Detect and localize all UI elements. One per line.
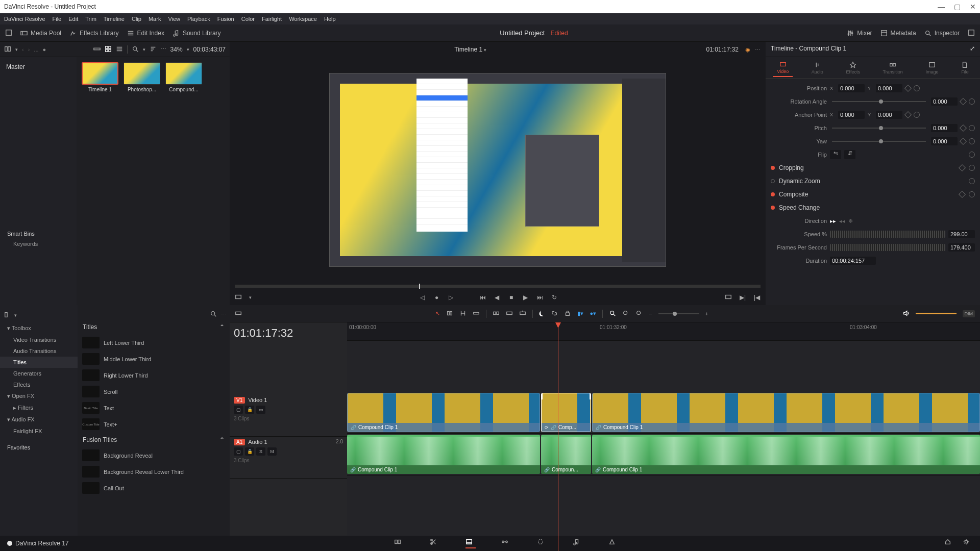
- audio-clip-1[interactable]: 🔗Compound Clip 1: [347, 435, 540, 474]
- menu-help[interactable]: Help: [324, 16, 336, 22]
- duration-input[interactable]: 00:00:24:157: [830, 257, 876, 265]
- prev-marker-icon[interactable]: ◁: [419, 294, 426, 301]
- tree-favorites[interactable]: Favorites: [0, 442, 78, 453]
- deliver-page-button[interactable]: [608, 538, 619, 548]
- inspector-tab-video[interactable]: Video: [773, 59, 793, 77]
- prev-edit-icon[interactable]: |◀: [753, 294, 761, 301]
- home-button[interactable]: [944, 538, 954, 548]
- thumb-view-icon[interactable]: [105, 45, 112, 54]
- viewer-title[interactable]: Timeline 1 ▾: [454, 46, 486, 53]
- title-text-plus[interactable]: Custom TitleText+: [81, 417, 227, 432]
- play-button[interactable]: ▶: [522, 294, 529, 301]
- color-icon[interactable]: ◉: [745, 46, 750, 53]
- tree-titles[interactable]: Titles: [0, 357, 78, 368]
- tree-generators[interactable]: Generators: [0, 368, 78, 379]
- category-fusion-titles[interactable]: Fusion Titles⌃: [81, 433, 227, 446]
- match-frame-icon[interactable]: [725, 293, 732, 302]
- menu-trim[interactable]: Trim: [85, 16, 96, 22]
- window-minimize-button[interactable]: —: [938, 3, 945, 11]
- menu-view[interactable]: View: [168, 16, 180, 22]
- snap-icon[interactable]: ⏾: [539, 311, 545, 317]
- rotation-slider[interactable]: [832, 101, 926, 102]
- link-icon[interactable]: [551, 310, 558, 318]
- project-settings-button[interactable]: [963, 538, 973, 548]
- zoom-search-icon[interactable]: [609, 310, 616, 318]
- sort-icon[interactable]: [150, 45, 157, 54]
- pitch-slider[interactable]: [832, 128, 926, 129]
- trim-tool-icon[interactable]: [446, 310, 453, 318]
- viewer-more-icon[interactable]: ⋯: [755, 46, 761, 53]
- tree-fairlightfx[interactable]: Fairlight FX: [0, 425, 78, 437]
- edit-page-button[interactable]: [465, 538, 476, 548]
- strip-view-icon[interactable]: [93, 45, 101, 54]
- more-icon[interactable]: ⋯: [161, 46, 166, 53]
- direction-freeze-button[interactable]: ❄: [848, 218, 853, 224]
- lock-icon[interactable]: [564, 310, 571, 318]
- title-text[interactable]: Basic TitleText: [81, 400, 227, 415]
- tree-filters[interactable]: ▸ Filters: [0, 402, 78, 414]
- zoom-out-button[interactable]: −: [649, 311, 652, 317]
- position-x-input[interactable]: 0.000: [838, 84, 865, 92]
- menu-clip[interactable]: Clip: [132, 16, 141, 22]
- list-view-icon[interactable]: [116, 45, 123, 54]
- speed-thumbwheel[interactable]: [830, 231, 945, 238]
- video-clip-1[interactable]: 🔗Compound Clip 1: [347, 393, 540, 432]
- menu-davinci[interactable]: DaVinci Resolve: [4, 16, 45, 22]
- loop-button[interactable]: ↻: [551, 294, 558, 301]
- record-icon[interactable]: ●: [43, 46, 46, 53]
- video-track-header[interactable]: V1Video 1 ▢🔒▭ 3 Clips: [230, 395, 347, 437]
- direction-fwd-button[interactable]: ▸▸: [830, 218, 836, 224]
- menu-file[interactable]: File: [53, 16, 62, 22]
- solo-button[interactable]: S: [256, 447, 265, 456]
- nav-back-icon[interactable]: ‹: [22, 46, 24, 53]
- smart-bin-keywords[interactable]: Keywords: [7, 239, 69, 249]
- first-frame-button[interactable]: ⏮: [479, 294, 486, 301]
- clip-thumb-compound[interactable]: Compound...: [165, 62, 202, 92]
- pitch-input[interactable]: 0.000: [931, 124, 958, 132]
- audio-track-1[interactable]: 🔗Compound Clip 1 🔗Compoun... 🔗Compound C…: [347, 434, 980, 475]
- volume-icon[interactable]: [902, 310, 910, 318]
- bin-view-icon[interactable]: [4, 45, 11, 54]
- title-middle-lower-third[interactable]: Middle Lower Third: [81, 352, 227, 366]
- search-icon[interactable]: [132, 45, 139, 54]
- zoom-level[interactable]: 34%: [170, 46, 183, 53]
- category-titles[interactable]: Titles⌃: [81, 320, 227, 334]
- title-right-lower-third[interactable]: Right Lower Third: [81, 368, 227, 383]
- menu-fairlight[interactable]: Fairlight: [262, 16, 282, 22]
- insert-icon[interactable]: [493, 310, 500, 318]
- anchor-y-input[interactable]: 0.000: [876, 111, 902, 119]
- position-y-input[interactable]: 0.000: [876, 84, 902, 92]
- audio-track-header[interactable]: A1Audio 12.0 ▢🔒SM 3 Clips: [230, 437, 347, 479]
- volume-slider[interactable]: [916, 313, 957, 314]
- dim-button[interactable]: DIM: [963, 310, 975, 317]
- smart-bins-header[interactable]: Smart Bins: [7, 229, 69, 239]
- cut-page-button[interactable]: [430, 538, 440, 548]
- timeline-ruler[interactable]: 01:00:00:00 01:01:32:00 01:03:04:00: [347, 322, 980, 341]
- marker-icon[interactable]: ●▾: [590, 310, 596, 317]
- dynamic-zoom-section[interactable]: Dynamic Zoom: [771, 174, 975, 188]
- dyntrim-tool-icon[interactable]: [459, 310, 467, 318]
- rotation-input[interactable]: 0.000: [931, 97, 958, 106]
- timeline-timecode[interactable]: 01:01:17:32: [230, 327, 302, 340]
- menu-edit[interactable]: Edit: [68, 16, 78, 22]
- master-bin[interactable]: Master: [4, 61, 72, 72]
- tree-audio-transitions[interactable]: Audio Transitions: [0, 345, 78, 357]
- next-marker-icon[interactable]: ▷: [448, 294, 455, 301]
- edit-index-toggle[interactable]: Edit Index: [127, 30, 164, 37]
- zoom-in-button[interactable]: +: [705, 311, 708, 317]
- cropping-section[interactable]: Cropping: [771, 161, 975, 174]
- fairlight-page-button[interactable]: [573, 538, 583, 548]
- next-edit-icon[interactable]: ▶|: [739, 294, 746, 301]
- inspector-tab-audio[interactable]: Audio: [807, 59, 827, 77]
- metadata-toggle[interactable]: Metadata: [880, 30, 916, 37]
- fusion-background-reveal[interactable]: Background Reveal: [81, 448, 227, 463]
- prev-frame-button[interactable]: ◀: [494, 294, 501, 301]
- yaw-slider[interactable]: [832, 141, 926, 142]
- tree-video-transitions[interactable]: Video Transitions: [0, 334, 78, 345]
- safe-area-icon[interactable]: [235, 293, 242, 302]
- eff-panel-icon[interactable]: [4, 311, 11, 319]
- fullscreen-right-icon[interactable]: [968, 29, 975, 37]
- inspector-toggle[interactable]: Inspector: [924, 30, 960, 37]
- zoom-slider[interactable]: [658, 313, 699, 314]
- tree-effects[interactable]: Effects: [0, 379, 78, 390]
